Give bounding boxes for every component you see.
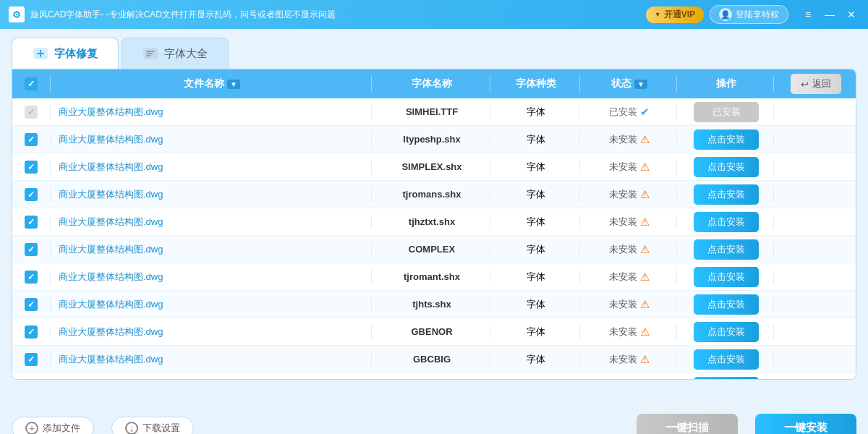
td-divider — [773, 160, 774, 174]
td-divider — [773, 132, 774, 147]
td-divider — [579, 270, 580, 284]
minimize-button[interactable]: — — [822, 7, 838, 22]
user-label: 登陆享特权 — [736, 9, 779, 21]
td-divider — [490, 297, 490, 312]
td-divider — [676, 297, 677, 312]
add-file-button[interactable]: + 添加文件 — [12, 417, 94, 435]
menu-button[interactable]: ≡ — [800, 7, 816, 22]
warn-icon: ⚠ — [640, 161, 650, 174]
td-divider — [676, 270, 677, 284]
status-cell: 未安装⚠ — [582, 216, 676, 229]
checkbox-checked[interactable] — [25, 298, 38, 311]
checkbox-unchecked[interactable] — [25, 106, 38, 119]
install-button[interactable]: 点击安装 — [694, 212, 759, 232]
install-button[interactable]: 点击安装 — [694, 239, 759, 260]
checkbox-checked[interactable] — [25, 161, 38, 174]
vip-button[interactable]: 开通VIP — [646, 7, 704, 23]
file-name-dropdown[interactable]: ▼ — [227, 80, 240, 89]
checkbox-checked[interactable] — [25, 243, 38, 256]
file-name-cell: 商业大厦整体结构图.dwg — [53, 106, 371, 119]
install-button[interactable]: 点击安装 — [694, 129, 759, 150]
row-checkbox[interactable] — [12, 271, 50, 284]
status-badge: 未安装⚠ — [588, 298, 671, 311]
status-text: 未安装 — [609, 161, 637, 174]
install-button[interactable]: 点击安装 — [694, 157, 759, 177]
row-checkbox[interactable] — [12, 106, 50, 119]
action-cell: 点击安装 — [679, 267, 773, 287]
td-divider — [50, 242, 51, 257]
th-return: ↩ 返回 — [776, 74, 856, 94]
scan-button[interactable]: 一键扫描 — [637, 414, 738, 434]
table-row: 商业大厦整体结构图.dwgGBENOR字体未安装⚠点击安装 — [12, 318, 856, 346]
tab-font-library[interactable]: 字体大全 — [122, 38, 229, 69]
status-badge: 未安装⚠ — [588, 133, 671, 146]
td-divider — [579, 132, 580, 147]
row-checkbox[interactable] — [12, 298, 50, 311]
checkbox-checked[interactable] — [25, 188, 38, 201]
font-type-cell: 字体 — [493, 271, 579, 284]
checkbox-checked[interactable] — [25, 216, 38, 229]
table-container: 文件名称 ▼ 字体名称 字体种类 状态 ▼ 操作 ↩ — [12, 69, 856, 380]
installed-button: 已安装 — [694, 102, 759, 122]
font-type-cell: 字体 — [493, 106, 579, 119]
checkbox-checked[interactable] — [25, 133, 38, 146]
td-divider — [490, 187, 490, 202]
td-divider — [773, 215, 774, 229]
th-divider-3 — [579, 76, 580, 92]
close-button[interactable]: ✕ — [843, 7, 859, 22]
row-checkbox[interactable] — [12, 216, 50, 229]
th-status: 状态 ▼ — [582, 77, 676, 90]
th-divider-2 — [490, 76, 490, 92]
user-button[interactable]: 👤 登陆享特权 — [710, 5, 788, 24]
status-dropdown[interactable]: ▼ — [634, 80, 647, 89]
select-all-checkbox[interactable] — [25, 77, 38, 90]
tab-font-repair[interactable]: 字体修复 — [12, 38, 119, 69]
row-checkbox[interactable] — [12, 243, 50, 256]
td-divider — [50, 297, 51, 312]
install-button[interactable]: 点击安装 — [694, 322, 759, 342]
td-divider — [50, 352, 51, 367]
install-button[interactable]: 点击安装 — [694, 267, 759, 287]
td-divider — [579, 242, 580, 257]
warn-icon: ⚠ — [640, 326, 650, 339]
font-name-cell: ltypeshp.shx — [374, 134, 490, 145]
font-type-cell: 字体 — [493, 133, 579, 146]
font-type-cell: 字体 — [493, 161, 579, 174]
td-divider — [579, 187, 580, 202]
install-button[interactable]: 点击安装 — [694, 377, 759, 380]
warn-icon: ⚠ — [640, 133, 650, 146]
checkbox-checked[interactable] — [25, 326, 38, 339]
td-divider — [50, 325, 51, 339]
th-file-name: 文件名称 ▼ — [53, 77, 371, 90]
td-divider — [676, 160, 677, 174]
install-button[interactable]: 点击安装 — [694, 294, 759, 315]
action-cell: 点击安装 — [679, 322, 773, 342]
tab-font-repair-label: 字体修复 — [54, 47, 98, 61]
table-row: 商业大厦整体结构图.dwgtjromans.shx字体未安装⚠点击安装 — [12, 181, 856, 208]
checkbox-checked[interactable] — [25, 353, 38, 366]
warn-icon: ⚠ — [640, 243, 650, 256]
app-title: 旋风CAD字体助手- -专业解决CAD文件打开显示乱码，问号或者图层不显示问题 — [30, 9, 640, 21]
row-checkbox[interactable] — [12, 353, 50, 366]
row-checkbox[interactable] — [12, 188, 50, 201]
row-checkbox[interactable] — [12, 161, 50, 174]
table-row: 商业大厦整体结构图.dwgltypeshp.shx字体未安装⚠点击安装 — [12, 126, 856, 153]
th-checkbox[interactable] — [12, 77, 50, 90]
font-type-cell: 字体 — [493, 326, 579, 339]
return-button[interactable]: ↩ 返回 — [791, 74, 841, 94]
file-name-cell: 商业大厦整体结构图.dwg — [53, 271, 371, 284]
install-button[interactable]: 点击安装 — [694, 349, 759, 370]
one-install-button[interactable]: 一键安装 — [755, 414, 856, 434]
row-checkbox[interactable] — [12, 133, 50, 146]
warn-icon: ⚠ — [640, 188, 650, 201]
checkbox-checked[interactable] — [25, 271, 38, 284]
status-cell: 未安装⚠ — [582, 161, 676, 174]
action-cell: 点击安装 — [679, 129, 773, 150]
row-checkbox[interactable] — [12, 326, 50, 339]
td-divider — [579, 325, 580, 339]
table-row: 商业大厦整体结构图.dwgGBCBIG字体未安装⚠点击安装 — [12, 346, 856, 373]
warn-icon: ⚠ — [640, 353, 650, 366]
install-button[interactable]: 点击安装 — [694, 184, 759, 205]
status-badge: 未安装⚠ — [588, 326, 671, 339]
download-settings-button[interactable]: ↓ 下载设置 — [111, 417, 194, 435]
